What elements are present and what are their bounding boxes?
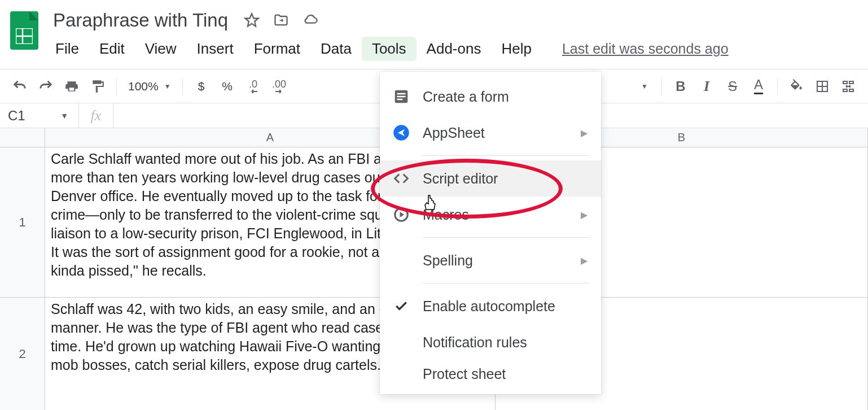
more-formats-dropdown[interactable]: ▼ <box>641 82 648 90</box>
menu-file[interactable]: File <box>53 37 89 61</box>
record-icon <box>391 204 411 225</box>
menu-script-editor[interactable]: Script editor <box>380 160 601 197</box>
svg-rect-7 <box>397 93 406 95</box>
menu-separator <box>423 237 590 238</box>
document-title[interactable]: Paraphrase with Tinq <box>53 10 228 31</box>
menu-view[interactable]: View <box>135 37 187 61</box>
print-button[interactable] <box>60 75 84 98</box>
tools-dropdown-menu: Create a form AppSheet ▶ Script editor M… <box>380 72 601 394</box>
star-icon[interactable] <box>244 12 260 28</box>
borders-button[interactable] <box>810 75 834 98</box>
cloud-status-icon[interactable] <box>303 12 318 28</box>
fill-color-button[interactable] <box>784 75 808 98</box>
check-icon <box>391 299 411 313</box>
blank-icon <box>391 332 411 352</box>
name-box[interactable]: C1 ▼ <box>0 103 79 128</box>
svg-rect-8 <box>397 96 406 98</box>
last-edit-link[interactable]: Last edit was seconds ago <box>562 41 729 57</box>
menubar: File Edit View Insert Format Data Tools … <box>53 36 868 61</box>
menu-protect-sheet[interactable]: Protect sheet <box>380 360 601 387</box>
zoom-select[interactable]: 100% ▼ <box>124 80 176 93</box>
row-header-2[interactable]: 2 <box>0 298 45 410</box>
move-folder-icon[interactable] <box>273 12 289 28</box>
appsheet-icon <box>391 123 411 143</box>
menu-edit[interactable]: Edit <box>89 37 135 61</box>
select-all-corner[interactable] <box>0 128 45 147</box>
menu-notification-rules[interactable]: Notification rules <box>380 324 601 360</box>
merge-cells-button[interactable] <box>836 75 860 98</box>
menu-separator <box>423 283 590 283</box>
code-icon <box>391 168 411 189</box>
menu-help[interactable]: Help <box>491 37 541 61</box>
menu-addons[interactable]: Add-ons <box>417 37 492 61</box>
italic-button[interactable]: I <box>695 75 718 98</box>
increase-decimal-button[interactable]: .00 <box>268 75 291 98</box>
form-icon <box>391 86 411 107</box>
header: Paraphrase with Tinq File Edit View Inse… <box>0 0 868 61</box>
format-currency-button[interactable]: $ <box>190 75 213 98</box>
menu-data[interactable]: Data <box>310 37 362 61</box>
undo-button[interactable] <box>8 75 32 98</box>
blank-icon <box>391 364 411 384</box>
app-logo[interactable] <box>8 8 41 53</box>
chevron-right-icon: ▶ <box>581 255 588 266</box>
menu-tools[interactable]: Tools <box>362 37 417 61</box>
menu-autocomplete[interactable]: Enable autocomplete <box>380 288 601 324</box>
blank-icon <box>391 250 411 271</box>
menu-separator <box>423 155 590 156</box>
bold-button[interactable]: B <box>669 75 692 98</box>
menu-insert[interactable]: Insert <box>187 37 244 61</box>
menu-format[interactable]: Format <box>244 37 310 61</box>
text-color-button[interactable]: A <box>747 75 770 98</box>
sheets-icon <box>16 28 33 44</box>
fx-icon: fx <box>79 107 113 124</box>
menu-macros[interactable]: Macros ▶ <box>380 197 601 233</box>
menu-appsheet[interactable]: AppSheet ▶ <box>380 115 601 151</box>
paint-format-button[interactable] <box>86 75 109 98</box>
redo-button[interactable] <box>34 75 58 98</box>
chevron-right-icon: ▶ <box>581 210 588 220</box>
svg-rect-9 <box>397 99 403 101</box>
menu-spelling[interactable]: Spelling ▶ <box>380 242 601 278</box>
format-percent-button[interactable]: % <box>216 75 239 98</box>
chevron-right-icon: ▶ <box>581 128 588 138</box>
strikethrough-button[interactable]: S <box>721 75 744 98</box>
decrease-decimal-button[interactable]: .0 <box>242 75 265 98</box>
row-header-1[interactable]: 1 <box>0 147 45 298</box>
menu-create-form[interactable]: Create a form <box>380 78 601 115</box>
